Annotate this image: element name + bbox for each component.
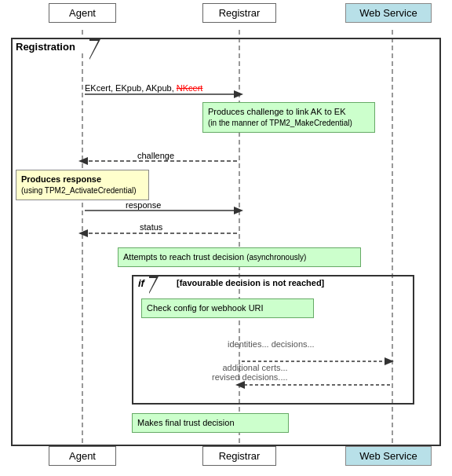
frame-tab: Registration <box>11 38 91 53</box>
response-note-line1: Produces response <box>21 174 144 185</box>
trust-decision-text: Attempts to reach trust decision <box>123 252 246 262</box>
response-note: Produces response (using TPM2_ActivateCr… <box>16 170 149 200</box>
challenge-label: challenge <box>137 151 174 160</box>
challenge-note: Produces challenge to link AK to EK (in … <box>202 102 375 133</box>
registrar-header-top: Registrar <box>202 3 276 23</box>
registrar-footer: Registrar <box>202 446 276 466</box>
webservice-label-top: Web Service <box>359 7 417 19</box>
sequence-diagram: Agent Registrar Web Service Registration… <box>0 0 452 476</box>
response-label: response <box>126 200 161 210</box>
if-label: if <box>132 275 151 290</box>
webhook-note: Check config for webhook URI <box>141 298 314 318</box>
frame-label: Registration <box>16 41 83 53</box>
identities-label: identities... decisions... <box>228 339 315 349</box>
registrar-label-top: Registrar <box>219 7 261 19</box>
additional-label: additional certs... revised decisions...… <box>212 363 288 382</box>
response-note-line2: (using TPM2_ActivateCredential) <box>21 185 144 196</box>
if-frame: if [favourable decision is not reached] … <box>132 275 414 405</box>
trust-decision-note: Attempts to reach trust decision (asynch… <box>118 247 361 267</box>
webservice-footer: Web Service <box>345 446 432 466</box>
final-trust-note: Makes final trust decision <box>132 413 289 433</box>
agent-footer: Agent <box>49 446 116 466</box>
if-condition: [favourable decision is not reached] <box>177 278 324 287</box>
challenge-note-line1: Produces challenge to link AK to EK <box>208 106 370 118</box>
ekcert-label: EKcert, EKpub, AKpub, NKcert <box>85 83 202 93</box>
agent-header-top: Agent <box>49 3 116 23</box>
agent-label-top: Agent <box>69 7 96 19</box>
webservice-header-top: Web Service <box>345 3 432 23</box>
status-label: status <box>140 222 162 232</box>
challenge-note-line2: (in the manner of TPM2_MakeCredential) <box>208 118 370 129</box>
